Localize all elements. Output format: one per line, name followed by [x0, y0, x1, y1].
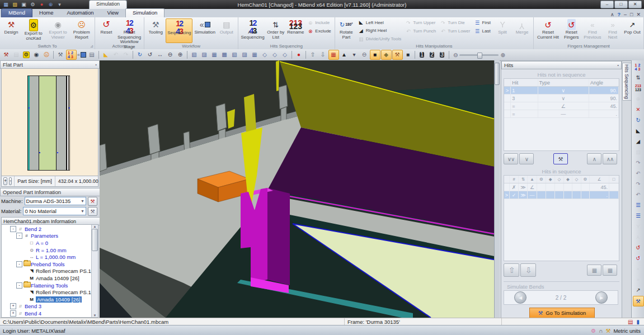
pin-icon[interactable]: • — [617, 63, 619, 68]
show-fingers-icon[interactable]: ⚒ — [392, 50, 403, 60]
view-front-icon[interactable]: ▩ — [220, 50, 229, 59]
merge-button[interactable]: YMerge — [513, 18, 532, 43]
sequence-row[interactable]: >✓≫—. — [504, 191, 619, 199]
solid-view-icon[interactable]: ■ — [370, 50, 380, 60]
machine-select[interactable]: Durma ADS-30135 ▼ — [25, 197, 86, 205]
tree-item-rolleri-promecam-ps-134-30-r0[interactable]: ◥Rolleri Promecam PS.134-30-R0... — [2, 268, 98, 275]
viewport-2-icon[interactable]: 2 — [427, 50, 437, 59]
problem-report-icon[interactable]: ☹ — [42, 50, 51, 59]
find-next-button[interactable]: »Find Next — [603, 18, 622, 43]
scrollbar-thumb[interactable] — [92, 229, 98, 251]
left-heel-icon[interactable]: ◣ — [633, 126, 643, 135]
fingers-table-right-button[interactable]: ▦ — [603, 265, 617, 276]
current-tool-button[interactable]: ⚒ — [553, 153, 568, 164]
exclude-icon[interactable]: ✕ — [633, 105, 643, 114]
machine-status-icon[interactable]: ⚙ — [591, 328, 596, 334]
tooling-button[interactable]: ⚒Tooling — [146, 18, 165, 43]
viewport-1-icon[interactable]: 1 — [417, 50, 427, 59]
first-button[interactable]: ☰First — [472, 19, 492, 27]
view-iso-2-icon[interactable]: ▨ — [200, 50, 209, 59]
preview-zoom-in-button[interactable]: + — [3, 177, 7, 185]
view-back-icon[interactable]: ▧ — [230, 50, 239, 59]
reset-current-hit-button[interactable]: ↺Reset Current Hit — [535, 18, 561, 43]
sequence-column-icon[interactable]: ◇ — [572, 176, 581, 183]
hit-row[interactable]: =—. — [504, 110, 619, 118]
hit-row[interactable]: 3∨90. — [504, 95, 619, 102]
rename-button[interactable]: 213123Rename — [286, 18, 305, 43]
tree-item-parameters[interactable]: -#Parameters — [2, 233, 98, 240]
erase-menu-icon[interactable]: ⊖ — [360, 50, 369, 59]
split-icon[interactable]: Y — [633, 221, 643, 231]
scroll-down-icon[interactable]: ▼ — [93, 314, 97, 317]
3d-viewport[interactable] — [100, 60, 500, 318]
hit-row[interactable]: >1∨90. — [504, 87, 619, 95]
pin-icon[interactable]: • — [95, 62, 97, 67]
fingers-status-icon[interactable]: ▮ — [636, 319, 640, 325]
users-icon[interactable]: ⚙ — [29, 1, 36, 8]
tooling-stage-icon[interactable]: ⚒ — [56, 50, 65, 59]
show-punch-icon[interactable]: ▲ — [340, 50, 349, 59]
sequencing-stage-icon[interactable]: 1243 — [66, 50, 77, 60]
split-button[interactable]: YSplit — [493, 18, 512, 43]
zoom-out-icon[interactable]: ⊖ — [166, 50, 175, 59]
tree-item-a-0[interactable]: □A = 0 — [2, 239, 98, 247]
simulation-button[interactable]: «Simulation — [193, 18, 216, 43]
turn-punch-button[interactable]: ↶Turn Punch — [403, 27, 438, 35]
sequence-column-icon[interactable]: □ — [609, 176, 619, 183]
view-top-icon[interactable]: ▦ — [210, 50, 219, 59]
reset-button[interactable]: ↺Reset — [97, 18, 116, 43]
turn-punch-icon[interactable]: ↶ — [633, 168, 643, 178]
tab-mbend[interactable]: MBend — [1, 8, 32, 17]
include-icon[interactable]: ⊕ — [633, 94, 643, 103]
last-button[interactable]: ☰Last — [472, 27, 492, 35]
right-heel-button[interactable]: ◢Right Heel — [356, 27, 403, 35]
tab-home[interactable]: Home — [32, 9, 60, 17]
column-header-type[interactable]: Type — [538, 79, 590, 86]
left-heel-button[interactable]: ◣Left Heel — [356, 19, 403, 27]
expand-icon[interactable]: + — [10, 303, 16, 309]
next-bend-button[interactable]: ▶ — [595, 291, 608, 304]
tree-item-bend-2[interactable]: -//Bend 2 — [2, 225, 98, 233]
orbit-view-icon[interactable]: ↺ — [145, 50, 155, 59]
hit-row[interactable]: =∠45. — [504, 102, 619, 110]
unload-tools-icon[interactable]: ⇩ — [318, 50, 328, 59]
tab-view[interactable]: View — [101, 9, 125, 17]
collapse-icon[interactable]: - — [16, 282, 22, 289]
divide-unify-tools-button[interactable]: ▥Divide/Unify Tools — [356, 35, 403, 43]
refresh-view-icon[interactable]: ↻ — [135, 50, 145, 59]
output-button[interactable]: ▤Output — [217, 18, 236, 43]
export-to-viewer-button[interactable]: ◉Export to Viewer — [46, 18, 70, 43]
child-close-icon[interactable]: ✕ — [636, 12, 641, 17]
maximize-button[interactable]: □ — [614, 1, 628, 8]
hits-not-in-sequence-table[interactable]: HitTypeAngle>1∨90.3∨90.=∠45.=—. — [504, 78, 619, 151]
sequence-column-icon[interactable]: ◇ — [555, 176, 563, 183]
hits-sequencing-vertical-tab[interactable]: Hits Sequencing — [622, 63, 632, 101]
move-up-button[interactable]: ∧ — [587, 153, 601, 164]
dialog-launcher-icon[interactable]: ⊿ — [90, 44, 93, 49]
rotate-part-icon[interactable]: ↻ — [633, 115, 643, 125]
sequence-column-icon[interactable]: ⇅ — [519, 176, 528, 183]
go-to-simulation-button[interactable]: ⚒ Go To Simulation — [529, 308, 595, 318]
tree-item-bend-4[interactable]: +//Bend 4 — [2, 310, 98, 317]
right-heel-icon[interactable]: ◢ — [633, 136, 643, 146]
design-button[interactable]: ⚒Design — [2, 18, 21, 43]
machine-tools-button[interactable]: ⚒ — [88, 197, 97, 206]
turn-lower-icon[interactable]: ↶ — [633, 190, 643, 199]
reset-fingers-icon[interactable]: ↺ — [633, 253, 643, 263]
turn-die-icon[interactable]: ↷ — [633, 179, 643, 188]
sequencing-button[interactable]: 1243Sequencing — [166, 18, 192, 43]
tree-item-l-1-000-00-mm[interactable]: ↔L = 1,000.00 mm — [2, 253, 98, 261]
pop-out-button[interactable]: ↗Pop Out — [623, 18, 642, 43]
sequence-column-icon[interactable]: ⚙ — [581, 176, 590, 183]
tree-scrollbar[interactable]: ▲▼ — [91, 225, 98, 317]
qat-more-icon[interactable]: ▾ — [56, 1, 63, 8]
view-iso-4-icon[interactable]: ◇ — [280, 50, 290, 59]
move-to-last-button[interactable]: ∨∨ — [504, 153, 518, 164]
tree-item-prebend-tools[interactable]: -Prebend Tools — [2, 261, 98, 268]
export-to-cnckad-button[interactable]: ⚙Export to cncKad — [21, 18, 46, 43]
column-header-angle[interactable]: Angle — [589, 79, 619, 86]
move-hit-up-button[interactable]: ⇧ — [504, 263, 519, 277]
viewport-3-icon[interactable]: 3 — [438, 50, 447, 59]
view-bottom-icon[interactable]: ◇ — [260, 50, 270, 59]
rotate-part-button[interactable]: ↻180°Rotate Part — [337, 18, 356, 43]
